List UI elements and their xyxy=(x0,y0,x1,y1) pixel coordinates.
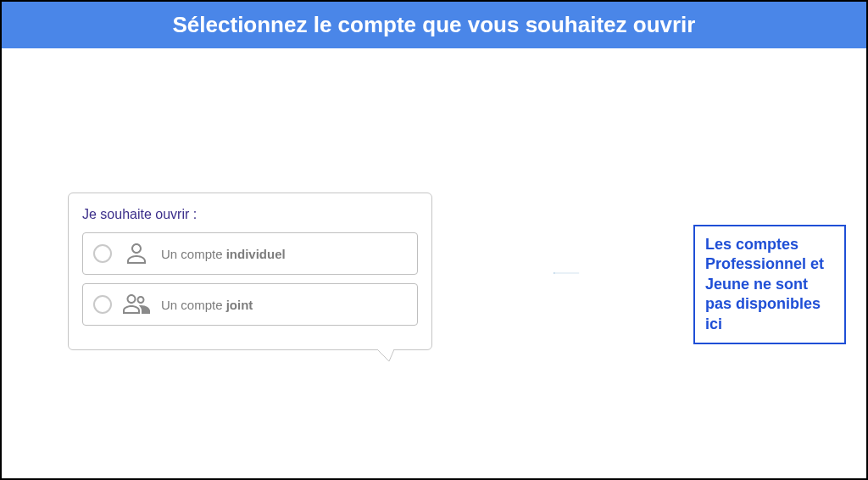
info-callout: Les comptes Professionnel et Jeune ne so… xyxy=(693,225,846,344)
speech-bubble-tail-icon xyxy=(377,349,394,361)
two-persons-icon xyxy=(122,293,151,316)
option-joint-label: Un compte joint xyxy=(161,298,253,312)
option-individual-label: Un compte individuel xyxy=(161,247,286,261)
account-selection-card: Je souhaite ouvrir : Un compte individue… xyxy=(68,193,432,350)
callout-text: Les comptes Professionnel et Jeune ne so… xyxy=(705,235,834,334)
radio-individual[interactable] xyxy=(93,244,112,263)
card-label: Je souhaite ouvrir : xyxy=(82,207,418,222)
content-area: Je souhaite ouvrir : Un compte individue… xyxy=(2,48,866,477)
header-bar: Sélectionnez le compte que vous souhaite… xyxy=(2,2,866,48)
person-icon xyxy=(122,242,151,265)
radio-joint[interactable] xyxy=(93,295,112,314)
option-joint-account[interactable]: Un compte joint xyxy=(82,283,418,326)
option-individual-account[interactable]: Un compte individuel xyxy=(82,232,418,275)
svg-marker-1 xyxy=(554,272,554,273)
page-title: Sélectionnez le compte que vous souhaite… xyxy=(2,12,866,38)
arrow-icon xyxy=(436,272,697,274)
